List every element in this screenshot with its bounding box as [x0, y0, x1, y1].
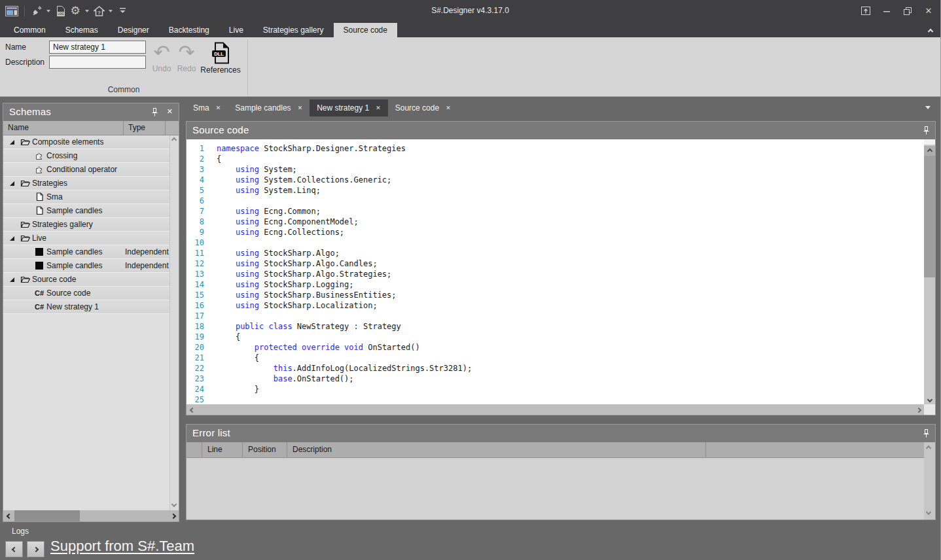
popout-button[interactable] — [861, 6, 871, 16]
tree-item-sample-candles[interactable]: Sample candlesIndependent — [3, 259, 169, 273]
scroll-down-icon[interactable] — [171, 502, 177, 507]
splitter-box[interactable] — [924, 139, 935, 145]
tab-list-dropdown-icon[interactable] — [925, 106, 931, 109]
folder-icon — [18, 234, 32, 242]
logs-prev-button[interactable] — [5, 541, 23, 557]
ribbon-tab-designer[interactable]: Designer — [108, 23, 159, 37]
tree-item-sma[interactable]: Sma — [3, 190, 169, 204]
code-line: 1namespace StockSharp.Designer.Strategie… — [186, 143, 924, 154]
scrollbar-thumb[interactable] — [14, 510, 80, 521]
references-button[interactable]: DLL References — [199, 41, 242, 75]
tree-item-label: Strategies gallery — [32, 220, 93, 229]
code-line: 16 using StockSharp.Localization; — [186, 300, 924, 311]
line-number: 4 — [186, 175, 217, 185]
line-number: 8 — [186, 217, 217, 227]
logs-tab-label[interactable]: Logs — [12, 527, 29, 536]
scroll-right-icon[interactable] — [168, 510, 179, 521]
pin-icon[interactable] — [923, 429, 929, 440]
document-icon — [32, 192, 46, 201]
tree-item-source-code[interactable]: Source code — [3, 273, 169, 287]
tree-item-label: New strategy 1 — [46, 302, 99, 311]
error-column-line[interactable]: Line — [202, 442, 243, 458]
name-label: Name — [5, 43, 26, 52]
tree-item-composite-elements[interactable]: Composite elements — [3, 135, 169, 149]
line-number: 24 — [186, 384, 217, 394]
undo-label: Undo — [152, 64, 171, 73]
tree-item-live[interactable]: Live — [3, 232, 169, 245]
strategy-description-input[interactable] — [49, 56, 146, 69]
tree-item-strategies-gallery[interactable]: Strategies gallery — [3, 218, 169, 232]
undo-button[interactable]: ↶ Undo — [149, 41, 174, 73]
document-tab-new-strategy-1[interactable]: New strategy 1✕ — [310, 99, 388, 116]
restore-button[interactable] — [902, 6, 913, 16]
document-tab-sma[interactable]: Sma✕ — [186, 99, 228, 116]
tree-item-sample-candles[interactable]: Sample candlesIndependent — [3, 245, 169, 259]
code-vertical-scrollbar[interactable] — [924, 139, 935, 404]
document-tab-source-code[interactable]: Source code✕ — [388, 99, 458, 116]
close-icon[interactable]: ✕ — [167, 107, 173, 116]
line-number: 21 — [186, 353, 217, 363]
error-column-icon[interactable] — [186, 442, 202, 458]
schemas-horizontal-scrollbar[interactable] — [3, 510, 179, 521]
ribbon-tab-common[interactable]: Common — [4, 23, 56, 37]
pin-icon[interactable] — [923, 126, 929, 137]
scroll-down-icon[interactable] — [924, 394, 935, 404]
tree-item-label: Sma — [46, 192, 63, 201]
scroll-left-icon[interactable] — [3, 510, 14, 521]
svg-text:DLL: DLL — [214, 51, 224, 57]
code-horizontal-scrollbar[interactable] — [186, 404, 924, 415]
tree-item-label: Live — [32, 234, 46, 243]
tree-item-strategies[interactable]: Strategies — [3, 177, 169, 190]
scroll-up-icon[interactable] — [171, 137, 177, 143]
code-editor[interactable]: 1namespace StockSharp.Designer.Strategie… — [186, 139, 924, 404]
scroll-left-icon[interactable] — [186, 404, 198, 415]
ribbon-tab-source-code[interactable]: Source code — [334, 23, 397, 37]
redo-button[interactable]: ↷ Redo — [174, 41, 199, 73]
error-list-vertical-scrollbar[interactable] — [924, 442, 935, 519]
scroll-up-icon[interactable] — [924, 146, 935, 156]
error-panel-header: Error list — [186, 425, 935, 442]
ribbon-tab-live[interactable]: Live — [219, 23, 253, 37]
tree-item-source-code[interactable]: C#Source code — [3, 287, 169, 300]
minimize-button[interactable] — [881, 6, 892, 16]
scroll-down-icon[interactable] — [926, 510, 931, 515]
column-header-type[interactable]: Type — [124, 121, 166, 135]
ribbon-tab-strategies-gallery[interactable]: Strategies gallery — [253, 23, 334, 37]
code-line: 12 using StockSharp.Algo.Candles; — [186, 258, 924, 269]
expander-icon[interactable] — [6, 181, 18, 186]
ribbon-tab-schemas[interactable]: Schemas — [56, 23, 108, 37]
tree-item-new-strategy-1[interactable]: C#New strategy 1 — [3, 300, 169, 314]
scroll-up-icon[interactable] — [926, 446, 931, 451]
error-column-description[interactable]: Description — [287, 442, 706, 458]
tab-close-icon[interactable]: ✕ — [376, 105, 381, 111]
expander-icon[interactable] — [6, 277, 18, 282]
tree-item-crossing[interactable]: Crossing — [3, 149, 169, 163]
logs-next-button[interactable] — [27, 541, 44, 557]
ribbon-collapse-chevron[interactable] — [929, 26, 932, 35]
close-button[interactable]: ✕ — [923, 6, 934, 16]
column-header-name[interactable]: Name — [3, 121, 124, 135]
tab-close-icon[interactable]: ✕ — [446, 105, 451, 111]
error-column-position[interactable]: Position — [243, 442, 287, 458]
document-tab-sample-candles[interactable]: Sample candles✕ — [228, 99, 310, 116]
scrollbar-thumb[interactable] — [924, 156, 935, 277]
scroll-right-icon[interactable] — [913, 404, 924, 415]
code-line: 3 using System; — [186, 164, 924, 175]
error-column-filler — [706, 442, 924, 458]
csharp-icon: C# — [32, 289, 46, 297]
support-link[interactable]: Support from S#.Team — [50, 538, 194, 555]
ribbon-tab-backtesting[interactable]: Backtesting — [159, 23, 219, 37]
references-label: References — [200, 65, 240, 75]
tree-item-sample-candles[interactable]: Sample candles — [3, 204, 169, 218]
expander-icon[interactable] — [6, 140, 18, 145]
schemas-vertical-scrollbar[interactable] — [169, 135, 179, 510]
tab-close-icon[interactable]: ✕ — [298, 105, 303, 111]
strategy-name-input[interactable] — [49, 41, 146, 54]
tree-item-conditional-operator[interactable]: Conditional operator — [3, 163, 169, 177]
pin-icon[interactable] — [152, 108, 158, 118]
tab-close-icon[interactable]: ✕ — [216, 105, 221, 111]
document-icon — [32, 206, 46, 215]
tab-label: Sma — [193, 103, 209, 113]
tab-label: New strategy 1 — [317, 103, 369, 113]
expander-icon[interactable] — [6, 236, 18, 241]
